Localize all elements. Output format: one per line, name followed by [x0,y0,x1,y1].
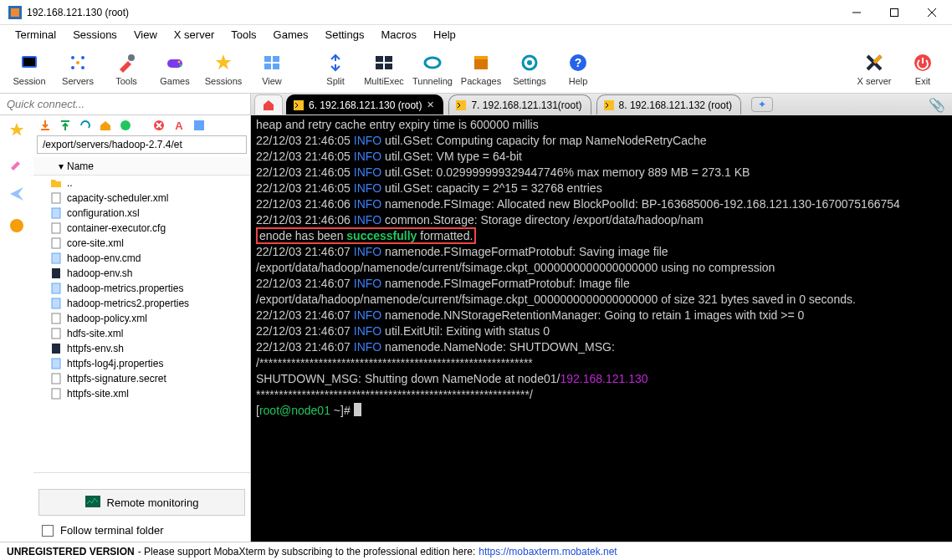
list-item[interactable]: configuration.xsl [33,206,250,221]
svg-rect-7 [23,58,35,66]
home-tab[interactable] [254,94,283,115]
tool-xserver[interactable]: X server [850,45,898,92]
svg-rect-47 [52,298,60,308]
paperclip-icon[interactable]: 📎 [929,97,945,113]
tool-games[interactable]: Games [151,45,199,92]
list-item[interactable]: .. [33,176,250,191]
tab-2[interactable]: 8. 192.168.121.132 (root) [596,94,741,115]
left-gutter [0,115,33,542]
list-item[interactable]: hadoop-metrics2.properties [33,296,250,311]
tool-sessions[interactable]: Sessions [199,45,248,92]
newfolder-icon[interactable] [119,119,132,132]
menu-games[interactable]: Games [265,27,317,43]
tool-exit[interactable]: Exit [898,45,947,92]
main-toolbar: Session Servers Tools Games Sessions Vie… [0,43,952,94]
toggle-icon[interactable] [192,119,206,132]
list-item[interactable]: capacity-scheduler.xml [33,191,250,206]
tab-0[interactable]: 6. 192.168.121.130 (root) ✕ [286,94,443,115]
maximize-button[interactable] [875,1,913,24]
tool-servers[interactable]: Servers [54,45,102,92]
svg-rect-50 [52,344,60,354]
new-tab-button[interactable]: ✦ [751,97,773,112]
list-item[interactable]: core-site.xml [33,236,250,251]
terminal-output[interactable]: heap and retry cache entry expiry time i… [251,115,952,542]
home-icon[interactable] [99,119,112,132]
list-item[interactable]: httpfs-log4j.properties [33,356,250,371]
exit-icon [911,51,934,74]
file-icon [50,207,62,219]
download-icon[interactable] [38,119,52,132]
path-input[interactable] [37,135,247,154]
close-icon[interactable]: ✕ [427,99,434,110]
script-icon [50,267,62,279]
list-item[interactable]: hadoop-policy.xml [33,311,250,326]
list-item[interactable]: httpfs-signature.secret [33,371,250,386]
file-icon [50,328,62,339]
file-list-header[interactable]: ▾Name [33,157,250,176]
tool-tools[interactable]: Tools [102,45,151,92]
follow-checkbox[interactable] [42,525,54,537]
svg-rect-41 [52,208,60,218]
file-sidebar: A ▾Name .. capacity-scheduler.xml config… [33,115,251,542]
list-item[interactable]: hadoop-metrics.properties [33,281,250,296]
quick-connect-input[interactable] [0,94,251,115]
xserver-icon [862,51,886,74]
tool-label: Help [569,76,588,86]
svg-point-37 [120,120,131,130]
menu-sessions[interactable]: Sessions [64,27,125,43]
tool-session[interactable]: Session [5,45,54,92]
list-item[interactable]: hadoop-env.cmd [33,251,250,266]
star-icon[interactable] [8,122,25,139]
list-item[interactable]: httpfs-site.xml [33,386,250,401]
svg-point-10 [71,66,74,69]
minimize-button[interactable] [837,1,875,24]
svg-point-9 [81,56,84,59]
refresh-icon[interactable] [79,119,92,132]
sidebar-toolbar: A [33,115,250,135]
send-icon[interactable] [8,186,25,202]
scrollbar[interactable] [33,472,250,486]
subscribe-link[interactable]: https://mobaxterm.mobatek.net [479,546,617,557]
servers-icon [66,51,90,74]
tool-split[interactable]: Split [311,45,360,92]
cursor [354,403,361,416]
menu-settings[interactable]: Settings [317,27,373,43]
menu-macros[interactable]: Macros [372,27,425,43]
menu-help[interactable]: Help [425,27,464,43]
menu-terminal[interactable]: Terminal [7,27,64,43]
list-item[interactable]: hdfs-site.xml [33,326,250,341]
menu-xserver[interactable]: X server [166,27,223,43]
remote-monitoring-button[interactable]: Remote monitoring [38,489,245,516]
tool-packages[interactable]: Packages [457,45,505,92]
file-list[interactable]: .. capacity-scheduler.xml configuration.… [33,176,250,472]
tab-label: 8. 192.168.121.132 (root) [619,99,732,111]
tool-settings[interactable]: Settings [505,45,554,92]
tool-view[interactable]: View [248,45,296,92]
tool-label: Sessions [205,76,243,86]
upload-icon[interactable] [59,119,72,132]
menu-view[interactable]: View [125,27,166,43]
tool-tunneling[interactable]: Tunneling [408,45,457,92]
tab-1[interactable]: 7. 192.168.121.131(root) [448,94,591,115]
tool-label: Split [326,76,344,86]
list-item[interactable]: httpfs-env.sh [33,341,250,356]
globe-icon[interactable] [8,217,25,234]
status-bar: UNREGISTERED VERSION - Please support Mo… [0,542,952,560]
svg-rect-1 [11,8,19,17]
svg-rect-49 [52,328,60,339]
tool-multiexec[interactable]: MultiExec [360,45,408,92]
svg-point-15 [178,60,181,63]
tool-help[interactable]: ?Help [554,45,602,92]
file-icon [50,373,62,384]
menu-tools[interactable]: Tools [223,27,264,43]
list-item[interactable]: hadoop-env.sh [33,266,250,281]
svg-point-13 [128,54,135,61]
tool-label: X server [857,76,892,86]
text-icon[interactable]: A [172,119,186,132]
list-item[interactable]: container-executor.cfg [33,221,250,236]
title-bar: 192.168.121.130 (root) [0,0,952,25]
folder-icon [50,177,62,189]
close-button[interactable] [913,1,950,24]
delete-icon[interactable] [152,119,166,132]
tools-icon[interactable] [8,154,25,171]
